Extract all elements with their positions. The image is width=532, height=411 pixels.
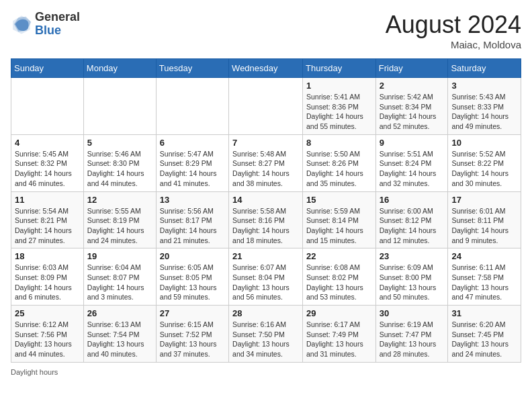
day-number: 31	[451, 308, 517, 318]
day-number: 2	[380, 81, 445, 91]
day-number: 4	[15, 138, 80, 148]
calendar-cell: 11Sunrise: 5:54 AM Sunset: 8:21 PM Dayli…	[11, 191, 84, 248]
day-number: 16	[380, 195, 445, 205]
calendar-week-row: 1Sunrise: 5:41 AM Sunset: 8:36 PM Daylig…	[11, 78, 521, 135]
calendar-header-row: SundayMondayTuesdayWednesdayThursdayFrid…	[11, 59, 521, 78]
day-number: 9	[380, 138, 445, 148]
location: Maiac, Moldova	[386, 39, 521, 50]
day-info: Sunrise: 5:43 AM Sunset: 8:33 PM Dayligh…	[451, 92, 517, 132]
day-info: Sunrise: 5:48 AM Sunset: 8:27 PM Dayligh…	[232, 149, 299, 189]
calendar-week-row: 4Sunrise: 5:45 AM Sunset: 8:32 PM Daylig…	[11, 134, 521, 191]
calendar-cell: 4Sunrise: 5:45 AM Sunset: 8:32 PM Daylig…	[11, 134, 84, 191]
day-number: 5	[87, 138, 152, 148]
day-number: 28	[232, 308, 299, 318]
logo: General Blue	[11, 11, 80, 38]
day-number: 1	[306, 81, 372, 91]
calendar-table: SundayMondayTuesdayWednesdayThursdayFrid…	[11, 58, 521, 363]
calendar-cell: 14Sunrise: 5:58 AM Sunset: 8:16 PM Dayli…	[229, 191, 303, 248]
day-number: 15	[306, 195, 372, 205]
day-number: 12	[87, 195, 152, 205]
day-info: Sunrise: 6:04 AM Sunset: 8:07 PM Dayligh…	[87, 263, 152, 302]
day-info: Sunrise: 5:58 AM Sunset: 8:16 PM Dayligh…	[232, 206, 299, 246]
day-info: Sunrise: 6:15 AM Sunset: 7:52 PM Dayligh…	[160, 320, 225, 359]
calendar-cell: 19Sunrise: 6:04 AM Sunset: 8:07 PM Dayli…	[83, 248, 156, 306]
day-info: Sunrise: 6:01 AM Sunset: 8:11 PM Dayligh…	[451, 206, 517, 246]
day-number: 3	[451, 81, 517, 91]
logo-icon	[11, 13, 32, 35]
calendar-cell: 25Sunrise: 6:12 AM Sunset: 7:56 PM Dayli…	[11, 306, 84, 363]
calendar-cell: 8Sunrise: 5:50 AM Sunset: 8:26 PM Daylig…	[303, 134, 376, 191]
day-number: 17	[451, 195, 517, 205]
day-number: 19	[87, 251, 152, 261]
calendar-week-row: 25Sunrise: 6:12 AM Sunset: 7:56 PM Dayli…	[11, 306, 521, 363]
day-info: Sunrise: 5:42 AM Sunset: 8:34 PM Dayligh…	[380, 92, 445, 132]
day-number: 30	[380, 308, 445, 318]
day-info: Sunrise: 6:03 AM Sunset: 8:09 PM Dayligh…	[15, 263, 80, 302]
day-number: 10	[451, 138, 517, 148]
calendar-cell	[11, 78, 84, 135]
day-number: 13	[160, 195, 225, 205]
day-of-week-header: Saturday	[448, 59, 521, 78]
calendar-cell: 29Sunrise: 6:17 AM Sunset: 7:49 PM Dayli…	[303, 306, 376, 363]
day-info: Sunrise: 6:07 AM Sunset: 8:04 PM Dayligh…	[232, 263, 299, 302]
day-info: Sunrise: 6:00 AM Sunset: 8:12 PM Dayligh…	[380, 206, 445, 246]
calendar-cell: 13Sunrise: 5:56 AM Sunset: 8:17 PM Dayli…	[156, 191, 228, 248]
calendar-cell: 3Sunrise: 5:43 AM Sunset: 8:33 PM Daylig…	[448, 78, 521, 135]
day-number: 25	[15, 308, 80, 318]
day-number: 26	[87, 308, 152, 318]
title-block: August 2024 Maiac, Moldova	[386, 11, 521, 50]
day-number: 22	[306, 251, 372, 261]
calendar-cell: 17Sunrise: 6:01 AM Sunset: 8:11 PM Dayli…	[448, 191, 521, 248]
day-info: Sunrise: 6:13 AM Sunset: 7:54 PM Dayligh…	[87, 320, 152, 359]
day-of-week-header: Tuesday	[156, 59, 228, 78]
calendar-week-row: 11Sunrise: 5:54 AM Sunset: 8:21 PM Dayli…	[11, 191, 521, 248]
day-info: Sunrise: 5:56 AM Sunset: 8:17 PM Dayligh…	[160, 206, 225, 246]
calendar-cell	[229, 78, 303, 135]
day-info: Sunrise: 6:20 AM Sunset: 7:45 PM Dayligh…	[451, 320, 517, 359]
day-info: Sunrise: 5:45 AM Sunset: 8:32 PM Dayligh…	[15, 149, 80, 189]
calendar-cell	[156, 78, 228, 135]
calendar-cell: 26Sunrise: 6:13 AM Sunset: 7:54 PM Dayli…	[83, 306, 156, 363]
page-header: General Blue August 2024 Maiac, Moldova	[11, 11, 521, 50]
footer-note: Daylight hours	[11, 368, 521, 376]
day-number: 24	[451, 251, 517, 261]
day-info: Sunrise: 5:52 AM Sunset: 8:22 PM Dayligh…	[451, 149, 517, 189]
calendar-cell: 15Sunrise: 5:59 AM Sunset: 8:14 PM Dayli…	[303, 191, 376, 248]
day-number: 20	[160, 251, 225, 261]
day-number: 27	[160, 308, 225, 318]
day-info: Sunrise: 6:08 AM Sunset: 8:02 PM Dayligh…	[306, 263, 372, 302]
calendar-cell: 28Sunrise: 6:16 AM Sunset: 7:50 PM Dayli…	[229, 306, 303, 363]
calendar-cell: 22Sunrise: 6:08 AM Sunset: 8:02 PM Dayli…	[303, 248, 376, 306]
day-info: Sunrise: 5:46 AM Sunset: 8:30 PM Dayligh…	[87, 149, 152, 189]
day-number: 18	[15, 251, 80, 261]
calendar-cell: 24Sunrise: 6:11 AM Sunset: 7:58 PM Dayli…	[448, 248, 521, 306]
day-number: 6	[160, 138, 225, 148]
calendar-cell: 12Sunrise: 5:55 AM Sunset: 8:19 PM Dayli…	[83, 191, 156, 248]
calendar-cell: 27Sunrise: 6:15 AM Sunset: 7:52 PM Dayli…	[156, 306, 228, 363]
calendar-cell: 1Sunrise: 5:41 AM Sunset: 8:36 PM Daylig…	[303, 78, 376, 135]
day-number: 7	[232, 138, 299, 148]
day-number: 29	[306, 308, 372, 318]
calendar-cell	[83, 78, 156, 135]
day-info: Sunrise: 5:59 AM Sunset: 8:14 PM Dayligh…	[306, 206, 372, 246]
day-info: Sunrise: 6:16 AM Sunset: 7:50 PM Dayligh…	[232, 320, 299, 359]
month-title: August 2024	[386, 11, 521, 39]
day-info: Sunrise: 5:47 AM Sunset: 8:29 PM Dayligh…	[160, 149, 225, 189]
day-info: Sunrise: 6:09 AM Sunset: 8:00 PM Dayligh…	[380, 263, 445, 302]
logo-text: General Blue	[35, 11, 80, 38]
calendar-week-row: 18Sunrise: 6:03 AM Sunset: 8:09 PM Dayli…	[11, 248, 521, 306]
day-info: Sunrise: 5:54 AM Sunset: 8:21 PM Dayligh…	[15, 206, 80, 246]
calendar-cell: 9Sunrise: 5:51 AM Sunset: 8:24 PM Daylig…	[375, 134, 448, 191]
day-of-week-header: Friday	[375, 59, 448, 78]
day-info: Sunrise: 5:51 AM Sunset: 8:24 PM Dayligh…	[380, 149, 445, 189]
calendar-cell: 31Sunrise: 6:20 AM Sunset: 7:45 PM Dayli…	[448, 306, 521, 363]
day-number: 23	[380, 251, 445, 261]
day-info: Sunrise: 5:55 AM Sunset: 8:19 PM Dayligh…	[87, 206, 152, 246]
calendar-cell: 6Sunrise: 5:47 AM Sunset: 8:29 PM Daylig…	[156, 134, 228, 191]
day-info: Sunrise: 6:12 AM Sunset: 7:56 PM Dayligh…	[15, 320, 80, 359]
day-number: 11	[15, 195, 80, 205]
calendar-cell: 20Sunrise: 6:05 AM Sunset: 8:05 PM Dayli…	[156, 248, 228, 306]
day-number: 21	[232, 251, 299, 261]
day-number: 8	[306, 138, 372, 148]
calendar-cell: 18Sunrise: 6:03 AM Sunset: 8:09 PM Dayli…	[11, 248, 84, 306]
